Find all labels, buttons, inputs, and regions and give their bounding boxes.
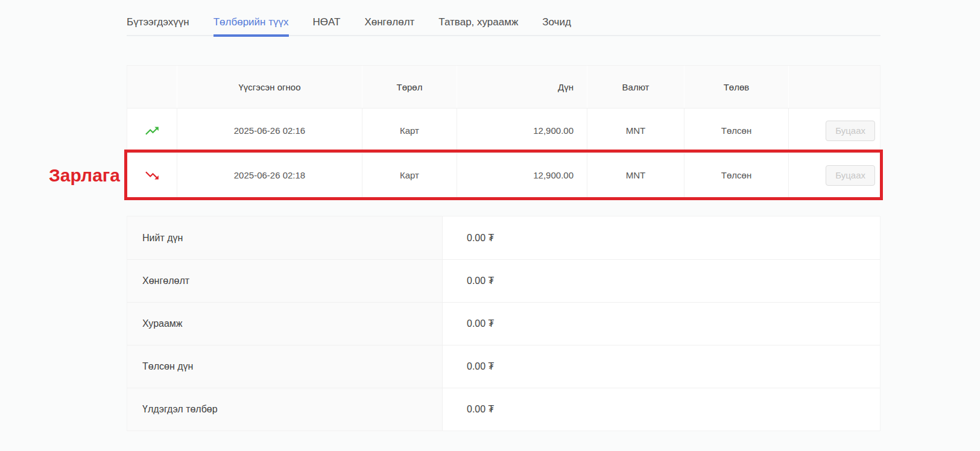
payments-table: Үүсгэсэн огноо Төрөл Дүн Валют Төлөв 202… [127, 65, 880, 198]
summary-row-paid: Төлсөн дүн 0.00 ₮ [127, 345, 880, 388]
payment-type: Карт [362, 109, 457, 153]
refund-button[interactable]: Буцаах [826, 165, 875, 186]
payment-currency: MNT [587, 109, 684, 153]
payment-action-cell: Буцаах [789, 109, 880, 153]
payment-row-expense: Зарлага 2025-06-26 02:18 Карт 12,900.00 … [127, 153, 880, 197]
header-cell-icon [127, 66, 177, 108]
payments-table-header: Үүсгэсэн огноо Төрөл Дүн Валют Төлөв [127, 66, 880, 108]
payment-status: Төлсөн [684, 109, 789, 153]
payment-date: 2025-06-26 02:16 [177, 109, 362, 153]
payment-action-cell: Буцаах [789, 153, 880, 197]
summary-row-balance: Үлдэгдэл төлбөр 0.00 ₮ [127, 388, 880, 430]
summary-row-discount: Хөнгөлөлт 0.00 ₮ [127, 259, 880, 302]
tab-products[interactable]: Бүтээгдэхүүн [127, 9, 189, 35]
header-cell-type: Төрөл [362, 66, 457, 108]
summary-table: Нийт дүн 0.00 ₮ Хөнгөлөлт 0.00 ₮ Хураамж… [127, 216, 880, 431]
payment-status: Төлсөн [684, 153, 789, 197]
refund-button[interactable]: Буцаах [826, 121, 875, 141]
expense-annotation-label: Зарлага [49, 165, 120, 186]
header-cell-currency: Валют [587, 66, 684, 108]
page-content: Бүтээгдэхүүн Төлбөрийн түүх НӨАТ Хөнгөлө… [127, 0, 880, 431]
summary-value: 0.00 ₮ [443, 216, 880, 259]
header-cell-amount: Дүн [457, 66, 587, 108]
summary-value: 0.00 ₮ [443, 388, 880, 430]
summary-label: Нийт дүн [127, 216, 443, 259]
tab-payment-history[interactable]: Төлбөрийн түүх [213, 9, 289, 35]
header-cell-action [789, 66, 880, 108]
header-cell-created-date: Үүсгэсэн огноо [177, 66, 362, 108]
payment-currency: MNT [587, 153, 684, 197]
tab-tax-fees[interactable]: Татвар, хураамж [438, 9, 518, 35]
summary-value: 0.00 ₮ [443, 260, 880, 302]
payment-row-income: 2025-06-26 02:16 Карт 12,900.00 MNT Төлс… [127, 108, 880, 153]
payment-date: 2025-06-26 02:18 [177, 153, 362, 197]
payment-type: Карт [362, 153, 457, 197]
summary-label: Үлдэгдэл төлбөр [127, 388, 443, 430]
trending-up-icon [144, 123, 160, 139]
summary-label: Хураамж [127, 303, 443, 345]
summary-row-fee: Хураамж 0.00 ₮ [127, 302, 880, 345]
expense-trend-cell [127, 153, 177, 197]
payment-amount: 12,900.00 [457, 153, 587, 197]
tab-guests[interactable]: Зочид [542, 9, 571, 35]
summary-value: 0.00 ₮ [443, 345, 880, 388]
tab-vat[interactable]: НӨАТ [313, 9, 341, 35]
summary-label: Төлсөн дүн [127, 345, 443, 388]
trending-down-icon [144, 168, 160, 183]
payment-amount: 12,900.00 [457, 109, 587, 153]
summary-value: 0.00 ₮ [443, 303, 880, 345]
summary-row-total: Нийт дүн 0.00 ₮ [127, 216, 880, 259]
income-trend-cell [127, 109, 177, 153]
header-cell-status: Төлөв [684, 66, 789, 108]
summary-label: Хөнгөлөлт [127, 260, 443, 302]
tab-discount[interactable]: Хөнгөлөлт [364, 9, 414, 35]
tab-bar: Бүтээгдэхүүн Төлбөрийн түүх НӨАТ Хөнгөлө… [127, 9, 880, 36]
